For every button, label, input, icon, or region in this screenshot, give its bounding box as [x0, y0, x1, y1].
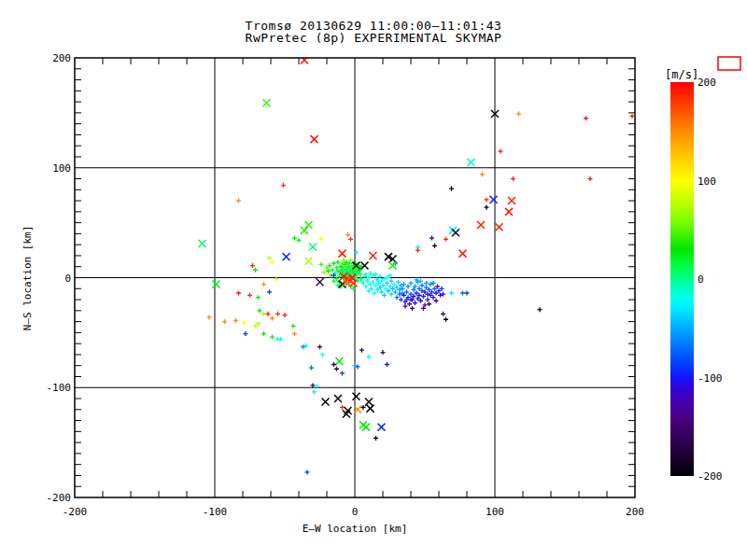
scatter-point-plus	[315, 385, 319, 389]
skymap-page: Tromsø 20130629 11:00:00–11:01:43 RwPret…	[0, 0, 747, 560]
scatter-point-x	[350, 279, 358, 287]
scatter-point-x	[309, 244, 317, 251]
colorbar-tick-label: -200	[698, 470, 723, 483]
scatter-point-plus	[403, 304, 408, 309]
scatter-point-x	[322, 399, 330, 406]
scatter-point-x	[263, 99, 271, 106]
scatter-point-plus	[331, 362, 336, 367]
scatter-point-x	[490, 196, 498, 203]
scatter-point-plus	[236, 199, 241, 203]
y-tick-labels: -200-1000100200	[47, 52, 72, 504]
scatter-point-x	[334, 395, 342, 402]
scatter-point-plus	[584, 116, 588, 120]
colorbar-tick-label: 0	[698, 273, 704, 286]
scatter-point-plus	[399, 298, 403, 302]
scatter-point-plus	[275, 312, 280, 316]
scatter-point-plus	[320, 352, 325, 357]
scatter-point-plus	[359, 348, 364, 353]
y-tick-label: -200	[47, 492, 72, 504]
scatter-point-x	[367, 405, 374, 413]
scatter-point-plus	[345, 232, 350, 237]
scatter-point-plus	[222, 319, 227, 324]
scatter-point-plus	[331, 268, 335, 273]
scatter-point-plus	[292, 331, 297, 336]
scatter-point-plus	[242, 320, 247, 325]
scatter-point-x	[459, 250, 467, 258]
plot-subtitle: RwPretec (8p) EXPERIMENTAL SKYMAP	[246, 31, 502, 45]
scatter-point-plus	[409, 281, 414, 286]
y-axis-label: N–S location [km]	[21, 226, 34, 331]
scatter-point-plus	[256, 295, 261, 300]
scatter-point-plus	[267, 289, 272, 294]
y-tick-label: 100	[52, 162, 71, 175]
colorbar-unit-label: [m/s]	[665, 68, 698, 81]
scatter-point-plus	[404, 289, 409, 294]
scatter-point-plus	[275, 276, 279, 281]
scatter-point-plus	[427, 301, 431, 306]
scatter-point-plus	[322, 270, 327, 274]
scatter-point-x	[305, 258, 313, 265]
scatter-point-plus	[396, 280, 401, 285]
scatter-point-plus	[385, 362, 389, 367]
scatter-point-plus	[250, 263, 255, 268]
scatter-point-x	[283, 253, 290, 260]
scatter-point-plus	[283, 313, 288, 317]
x-tick-label: 200	[626, 506, 644, 518]
scatter-point-plus	[233, 318, 238, 323]
scatter-point-plus	[516, 112, 521, 117]
scatter-point-plus	[305, 469, 310, 474]
scatter-point-x	[311, 135, 318, 143]
scatter-point-plus	[424, 281, 429, 286]
scatter-point-plus	[270, 260, 275, 265]
scatter-point-x	[370, 252, 377, 259]
scatter-point-x	[468, 159, 475, 166]
scatter-point-plus	[382, 293, 387, 298]
scatter-point-plus	[258, 308, 262, 313]
scatter-point-plus	[312, 389, 317, 394]
colorbar-tick-label: 100	[698, 175, 716, 188]
scatter-point-plus	[511, 176, 515, 181]
scatter-point-x	[305, 221, 313, 229]
colorbar: [m/s] 2001000-100-200	[665, 57, 740, 483]
scatter-point-plus	[373, 290, 377, 295]
scatter-point-plus	[393, 289, 398, 294]
scatter-point-x	[213, 281, 220, 288]
scatter-point-plus	[319, 262, 324, 267]
scatter-point-plus	[441, 312, 445, 316]
y-tick-label: -100	[47, 382, 72, 394]
scatter-point-plus	[261, 331, 266, 336]
scatter-point-plus	[281, 183, 286, 188]
x-axis-label: E–W location [km]	[303, 523, 408, 535]
scatter-point-plus	[247, 293, 252, 298]
scatter-point-x	[301, 227, 308, 234]
scatter-point-plus	[538, 307, 543, 312]
scatter-point-plus	[374, 436, 378, 441]
colorbar-gradient	[670, 82, 694, 476]
scatter-point-plus	[348, 237, 353, 242]
scatter-point-plus	[420, 283, 425, 287]
skymap-plot: Tromsø 20130629 11:00:00–11:01:43 RwPret…	[0, 0, 747, 560]
colorbar-tick-label: -100	[698, 372, 723, 385]
scatter-point-plus	[407, 301, 412, 306]
x-tick-label: 0	[352, 506, 359, 518]
scatter-point-plus	[385, 281, 389, 286]
scatter-point-x	[496, 223, 503, 231]
colorbar-tick-label: 200	[698, 77, 716, 89]
scatter-point-plus	[253, 268, 258, 273]
scatter-point-x	[378, 424, 386, 431]
scatter-point-plus	[432, 244, 437, 248]
x-tick-label: -100	[203, 506, 228, 518]
scatter-point-plus	[261, 282, 266, 287]
scatter-point-x	[508, 197, 515, 204]
scatter-point-x	[336, 357, 344, 365]
scatter-point-plus	[410, 306, 415, 311]
scatter-point-plus	[460, 290, 465, 295]
scatter-point-plus	[270, 316, 275, 321]
scatter-point-plus	[331, 261, 336, 266]
scatter-point-x	[199, 240, 206, 247]
scatter-point-x	[365, 399, 373, 406]
scatter-point-plus	[499, 149, 503, 154]
scatter-point-x	[477, 221, 485, 229]
scatter-point-plus	[444, 237, 448, 242]
scatter-points	[199, 56, 635, 474]
